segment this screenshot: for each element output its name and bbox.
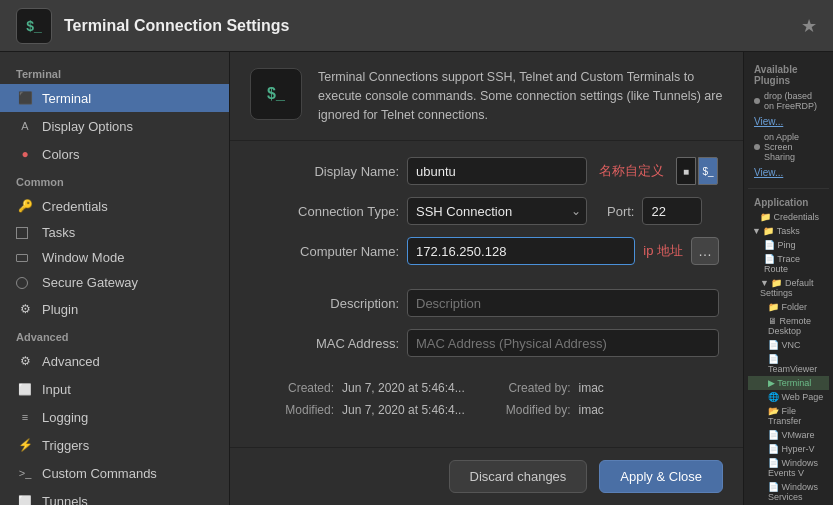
tree-vnc[interactable]: 📄 VNC [748, 338, 829, 352]
sidebar-item-tasks[interactable]: Tasks [0, 220, 229, 245]
ip-highlight: ip 地址 [643, 242, 683, 260]
tree-remote-desktop[interactable]: 🖥 Remote Desktop [748, 314, 829, 338]
tree-vmware[interactable]: 📄 VMware [748, 428, 829, 442]
sidebar-item-secure-gateway[interactable]: Secure Gateway [0, 270, 229, 295]
tree-windows-services[interactable]: 📄 Windows Services [748, 480, 829, 504]
display-name-label: Display Name: [254, 164, 399, 179]
connection-type-select[interactable]: SSH Connection Telnet Connection Custom … [407, 197, 587, 225]
main-layout: Terminal ⬛ Terminal A Display Options ● … [0, 52, 833, 505]
available-plugins-header: Available Plugins [748, 60, 829, 88]
sidebar-item-triggers[interactable]: ⚡ Triggers [0, 431, 229, 459]
tree-windows-events[interactable]: 📄 Windows Events V [748, 456, 829, 480]
name-color-icon[interactable]: $_ [698, 157, 718, 185]
tree-file-transfer[interactable]: 📂 File Transfer [748, 404, 829, 428]
computer-name-row: Computer Name: ip 地址 … [254, 237, 719, 265]
computer-name-dots-button[interactable]: … [691, 237, 719, 265]
available-plugins-section: Available Plugins drop (based on FreeRDP… [748, 60, 829, 180]
tree-credentials[interactable]: 📁 Credentials [748, 210, 829, 224]
description-control [407, 289, 719, 317]
titlebar-title: Terminal Connection Settings [64, 17, 801, 35]
sidebar-item-logging[interactable]: ≡ Logging [0, 403, 229, 431]
tree-default-settings[interactable]: ▼ 📁 Default Settings [748, 276, 829, 300]
titlebar-icon: $_ [16, 8, 52, 44]
plugin-screen-sharing-label: on Apple Screen Sharing [764, 132, 823, 162]
sidebar-item-custom-commands[interactable]: >_ Custom Commands [0, 459, 229, 487]
plugin-icon: ⚙ [16, 300, 34, 318]
tree-ping[interactable]: 📄 Ping [748, 238, 829, 252]
content-area: $_ Terminal Connections support SSH, Tel… [230, 52, 743, 505]
display-name-input[interactable] [407, 157, 587, 185]
plugin-freerdp-label: drop (based on FreeRDP) [764, 91, 823, 111]
modified-by-right: Modified by: imac [491, 403, 720, 417]
sidebar-item-tunnels[interactable]: ⬜ Tunnels [0, 487, 229, 505]
plugin-freerdp[interactable]: drop (based on FreeRDP) [748, 88, 829, 114]
created-by-value: imac [579, 381, 604, 395]
created-value: Jun 7, 2020 at 5:46:4... [342, 381, 465, 395]
colors-icon: ● [16, 145, 34, 163]
right-panel-divider [748, 188, 829, 189]
computer-name-input-row: ip 地址 [407, 237, 683, 265]
mac-address-control [407, 329, 719, 357]
tree-tasks[interactable]: ▼ 📁 Tasks [748, 224, 829, 238]
created-left: Created: Jun 7, 2020 at 5:46:4... [254, 381, 483, 395]
computer-name-input[interactable] [407, 237, 635, 265]
info-banner-icon: $_ [250, 68, 302, 120]
sidebar-item-window-mode[interactable]: Window Mode [0, 245, 229, 270]
connection-type-wrapper: SSH Connection Telnet Connection Custom … [407, 197, 587, 225]
tree-teamviewer[interactable]: 📄 TeamViewer [748, 352, 829, 376]
display-options-icon: A [16, 117, 34, 135]
modified-row: Modified: Jun 7, 2020 at 5:46:4... Modif… [254, 403, 719, 417]
tree-folder[interactable]: 📁 Folder [748, 300, 829, 314]
tree-hyper-v[interactable]: 📄 Hyper-V [748, 442, 829, 456]
description-input[interactable] [407, 289, 719, 317]
advanced-icon: ⚙ [16, 352, 34, 370]
tree-web-page[interactable]: 🌐 Web Page [748, 390, 829, 404]
name-black-icon[interactable]: ■ [676, 157, 696, 185]
discard-changes-button[interactable]: Discard changes [449, 460, 588, 493]
modified-left: Modified: Jun 7, 2020 at 5:46:4... [254, 403, 483, 417]
computer-name-label: Computer Name: [254, 244, 399, 259]
right-panel: Available Plugins drop (based on FreeRDP… [743, 52, 833, 505]
connection-type-row: Connection Type: SSH Connection Telnet C… [254, 197, 719, 225]
sidebar-section-advanced: Advanced [0, 323, 229, 347]
tasks-icon [16, 227, 28, 239]
computer-name-control: ip 地址 … [407, 237, 719, 265]
terminal-icon: ⬛ [16, 89, 34, 107]
tree-trace-route[interactable]: 📄 Trace Route [748, 252, 829, 276]
created-by-right: Created by: imac [491, 381, 720, 395]
created-label: Created: [254, 381, 334, 395]
info-banner-text: Terminal Connections support SSH, Telnet… [318, 68, 723, 124]
footer: Discard changes Apply & Close [230, 447, 743, 505]
favorite-star-icon[interactable]: ★ [801, 15, 817, 37]
plugin-screen-sharing-view-link[interactable]: View... [748, 165, 829, 180]
sidebar-item-input[interactable]: ⬜ Input [0, 375, 229, 403]
port-input[interactable] [642, 197, 702, 225]
sidebar-item-plugin[interactable]: ⚙ Plugin [0, 295, 229, 323]
plugin-freerdp-view-link[interactable]: View... [748, 114, 829, 129]
modified-by-label: Modified by: [491, 403, 571, 417]
apply-close-button[interactable]: Apply & Close [599, 460, 723, 493]
plugin-screen-sharing-dot [754, 144, 760, 150]
tree-terminal[interactable]: ▶ Terminal [748, 376, 829, 390]
form-area: Display Name: 名称自定义 ■ $_ Connection Type… [230, 141, 743, 447]
display-name-suffix: 名称自定义 [599, 162, 664, 180]
triggers-icon: ⚡ [16, 436, 34, 454]
sidebar-item-terminal[interactable]: ⬛ Terminal [0, 84, 229, 112]
sidebar: Terminal ⬛ Terminal A Display Options ● … [0, 52, 230, 505]
plugin-screen-sharing[interactable]: on Apple Screen Sharing [748, 129, 829, 165]
plugin-freerdp-dot [754, 98, 760, 104]
connection-type-label: Connection Type: [254, 204, 399, 219]
application-header: Application [748, 193, 829, 210]
created-row: Created: Jun 7, 2020 at 5:46:4... Create… [254, 381, 719, 395]
sidebar-item-credentials[interactable]: 🔑 Credentials [0, 192, 229, 220]
sidebar-item-colors[interactable]: ● Colors [0, 140, 229, 168]
tunnels-icon: ⬜ [16, 492, 34, 505]
secure-gateway-icon [16, 277, 28, 289]
port-label: Port: [607, 204, 634, 219]
description-label: Description: [254, 296, 399, 311]
sidebar-item-display-options[interactable]: A Display Options [0, 112, 229, 140]
application-section: Application 📁 Credentials ▼ 📁 Tasks 📄 Pi… [748, 193, 829, 505]
mac-address-input[interactable] [407, 329, 719, 357]
sidebar-item-advanced[interactable]: ⚙ Advanced [0, 347, 229, 375]
modified-by-value: imac [579, 403, 604, 417]
